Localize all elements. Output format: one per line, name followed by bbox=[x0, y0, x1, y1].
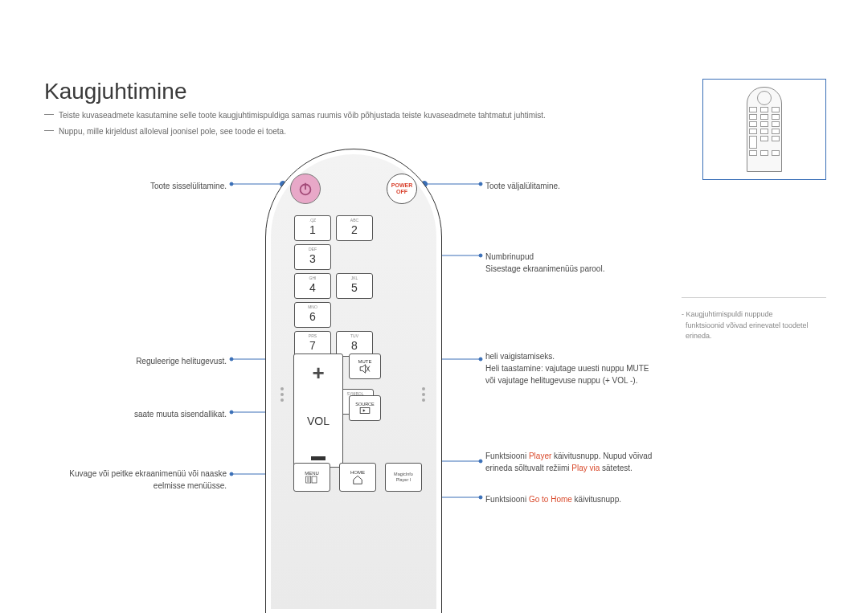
page-title: Kaugjuhtimine bbox=[44, 79, 186, 104]
label-home: Funktsiooni Go to Home käivitusnupp. bbox=[485, 493, 621, 505]
footnote: - Kaugjuhtimispuldi nuppude funktsioonid… bbox=[682, 297, 826, 342]
remote-control: POWEROFF .QZ1ABC2DEF3GHI4JKL5MNO6PRS7TUV… bbox=[265, 149, 440, 613]
svg-rect-36 bbox=[312, 476, 317, 483]
svg-point-27 bbox=[479, 496, 482, 499]
source-button[interactable]: SOURCE bbox=[349, 395, 381, 421]
num-3-button[interactable]: DEF3 bbox=[294, 244, 331, 270]
num-5-button[interactable]: JKL5 bbox=[336, 273, 373, 299]
label-mute: heli vaigistamiseks. Heli taastamine: va… bbox=[485, 350, 649, 386]
label-source: saate muuta sisendallikat. bbox=[134, 408, 227, 420]
svg-point-10 bbox=[230, 472, 233, 476]
remote-thumbnail bbox=[702, 79, 826, 180]
mute-button[interactable]: MUTE bbox=[349, 353, 381, 379]
label-player: Funktsiooni Player käivitusnupp. Nupud v… bbox=[485, 450, 652, 474]
svg-point-1 bbox=[230, 182, 233, 186]
home-button[interactable]: HOME bbox=[339, 463, 376, 492]
num-1-button[interactable]: .QZ1 bbox=[294, 215, 331, 241]
volume-rocker[interactable]: + VOL bbox=[293, 353, 343, 468]
note-2: Nuppu, mille kirjeldust alloleval joonis… bbox=[44, 127, 286, 136]
label-menu: Kuvage või peitke ekraanimenüü või naask… bbox=[69, 468, 227, 492]
label-power-off: Toote väljalülitamine. bbox=[485, 180, 560, 192]
label-volume: Reguleerige helitugevust. bbox=[136, 355, 227, 367]
label-numbers: NumbrinupudSisestage ekraanimenüüs paroo… bbox=[485, 251, 604, 275]
power-off-button[interactable]: POWEROFF bbox=[387, 174, 417, 204]
power-on-button[interactable] bbox=[290, 174, 321, 204]
svg-point-23 bbox=[479, 460, 482, 463]
num-4-button[interactable]: GHI4 bbox=[294, 273, 331, 299]
svg-point-16 bbox=[479, 254, 482, 257]
menu-button[interactable]: MENU bbox=[293, 463, 330, 492]
volume-down-icon bbox=[311, 456, 326, 460]
svg-point-7 bbox=[230, 411, 233, 414]
num-2-button[interactable]: ABC2 bbox=[336, 215, 373, 241]
svg-point-13 bbox=[479, 182, 482, 186]
svg-point-19 bbox=[479, 358, 482, 361]
grip-dots-left bbox=[280, 387, 285, 402]
label-power-on: Toote sisselülitamine. bbox=[150, 180, 227, 192]
svg-point-4 bbox=[230, 358, 233, 361]
volume-up-icon: + bbox=[312, 361, 324, 386]
grip-dots-right bbox=[422, 387, 427, 402]
num-6-button[interactable]: MNO6 bbox=[294, 302, 331, 328]
note-1: Teiste kuvaseadmete kasutamine selle too… bbox=[44, 111, 546, 120]
volume-label: VOL bbox=[307, 415, 330, 427]
magicinfo-button[interactable]: MagicInfoPlayer I bbox=[385, 463, 422, 492]
